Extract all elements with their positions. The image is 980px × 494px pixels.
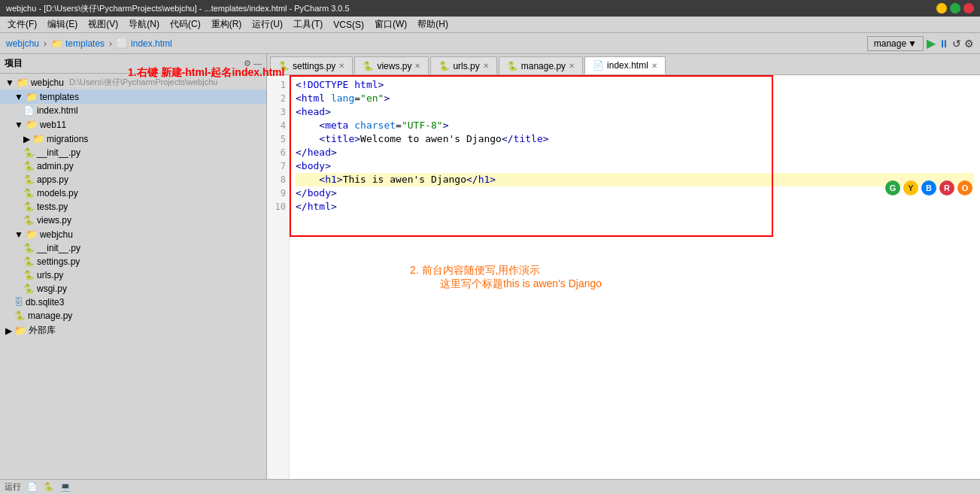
py-icon: 🐍	[23, 202, 35, 212]
tree-item-urls[interactable]: 🐍 urls.py	[0, 268, 266, 282]
tab-label: index.html	[607, 60, 648, 71]
browser-icon-red[interactable]: R	[939, 180, 954, 195]
tree-label: manage.py	[28, 311, 72, 321]
tree-item-settings[interactable]: 🐍 settings.py	[0, 255, 266, 268]
menu-tools[interactable]: 工具(T)	[289, 17, 327, 32]
tab-label: urls.py	[453, 61, 479, 71]
close-tab-views[interactable]: ✕	[414, 62, 420, 70]
tree-label: admin.py	[37, 161, 74, 171]
app-window: webjchu - [D:\Users\侠仔\PycharmProjects\w…	[0, 0, 980, 494]
tree-item-tests[interactable]: 🐍 tests.py	[0, 200, 266, 214]
close-button[interactable]	[963, 3, 974, 14]
menu-file[interactable]: 文件(F)	[3, 17, 41, 32]
code-body[interactable]: <!DOCTYPE html> <html lang="en"> <head> …	[290, 75, 980, 479]
browser-icon-orange[interactable]: O	[957, 180, 972, 195]
close-tab-index[interactable]: ✕	[651, 62, 657, 70]
expand-icon: ▼	[14, 92, 23, 102]
expand-icon: ▶	[23, 134, 30, 144]
tree-item-init2[interactable]: 🐍 __init__.py	[0, 241, 266, 255]
tree-label: __init__.py	[37, 147, 80, 158]
code-line-6: </head>	[296, 146, 974, 159]
py-icon: 🐍	[23, 270, 35, 280]
tree-label: views.py	[37, 215, 71, 226]
sidebar: 项目 ⚙ — ▼ 📁 webjchu D:\Users\侠仔\PycharmPr…	[0, 54, 267, 479]
menu-code[interactable]: 代码(C)	[165, 17, 205, 32]
tree-item-templates[interactable]: ▼ 📁 templates	[0, 89, 266, 104]
editor-area: 🐍 settings.py ✕ 🐍 views.py ✕ 🐍 urls.py ✕…	[267, 54, 980, 479]
manage-button[interactable]: manage ▼	[867, 36, 924, 51]
tree-item-manage[interactable]: 🐍 manage.py	[0, 309, 266, 323]
pause-button[interactable]: ⏸	[939, 38, 949, 50]
menu-view[interactable]: 视图(V)	[83, 17, 123, 32]
tree-label: models.py	[37, 188, 78, 199]
expand-icon: ▼	[14, 120, 23, 130]
annotation-step1-text: 1.右键 新建-html-起名index.html	[128, 66, 284, 78]
py-icon: 🐍	[23, 256, 35, 267]
db-icon: 🗄	[14, 297, 23, 308]
maximize-button[interactable]	[950, 3, 960, 14]
code-line-3: <head>	[296, 105, 974, 119]
tree-item-wsgi[interactable]: 🐍 wsgi.py	[0, 282, 266, 295]
tree-item-apps[interactable]: 🐍 apps.py	[0, 173, 266, 186]
folder-icon: 📁	[32, 133, 44, 144]
nav-bar: webjchu › 📁 templates › ⬜ index.html man…	[0, 33, 980, 54]
code-line-7: <body>	[296, 159, 974, 173]
menu-refactor[interactable]: 重构(R)	[207, 17, 247, 32]
tree-item-db[interactable]: 🗄 db.sqlite3	[0, 295, 266, 309]
menu-help[interactable]: 帮助(H)	[413, 17, 453, 32]
tab-views[interactable]: 🐍 views.py ✕	[354, 56, 429, 74]
menu-window[interactable]: 窗口(W)	[370, 17, 411, 32]
browser-icon-yellow[interactable]: Y	[903, 180, 918, 195]
py-icon: 🐍	[23, 147, 35, 158]
tree-label: 外部库	[29, 324, 56, 337]
tree-item-init[interactable]: 🐍 __init__.py	[0, 146, 266, 159]
breadcrumb-templates[interactable]: templates	[65, 38, 105, 49]
breadcrumb-root[interactable]: webjchu	[6, 38, 39, 49]
title-text: webjchu - [D:\Users\侠仔\PycharmProjects\w…	[6, 3, 350, 14]
py-icon: 🐍	[363, 61, 374, 71]
py-icon: 🐍	[14, 311, 26, 321]
browser-icon-green[interactable]: G	[885, 180, 900, 195]
annotation-step2-sub: 这里写个标题this is awen's Django	[440, 277, 602, 290]
tree-item-admin[interactable]: 🐍 admin.py	[0, 159, 266, 173]
status-icon1: 📄	[27, 482, 38, 492]
tree-item-index-html[interactable]: 📄 index.html	[0, 104, 266, 117]
expand-icon: ▼	[5, 77, 14, 88]
reload-button[interactable]: ↺	[952, 38, 961, 50]
tree-item-external[interactable]: ▶ 📁 外部库	[0, 323, 266, 338]
tab-manage[interactable]: 🐍 manage.py ✕	[499, 56, 583, 74]
dropdown-icon: ▼	[908, 38, 917, 49]
close-tab-settings[interactable]: ✕	[338, 62, 344, 70]
tab-urls[interactable]: 🐍 urls.py ✕	[430, 56, 496, 74]
run-button[interactable]: ▶	[927, 36, 936, 50]
tree-label: templates	[40, 92, 79, 102]
menu-nav[interactable]: 导航(N)	[124, 17, 164, 32]
tree-item-models[interactable]: 🐍 models.py	[0, 186, 266, 200]
close-tab-urls[interactable]: ✕	[483, 62, 489, 70]
tree-item-web11[interactable]: ▼ 📁 web11	[0, 117, 266, 132]
browser-icon-blue[interactable]: B	[921, 180, 936, 195]
menu-run[interactable]: 运行(U)	[247, 17, 287, 32]
code-editor[interactable]: 1 2 3 4 5 6 7 8 9 10 <!DOCTYPE html> <	[267, 75, 980, 479]
close-tab-manage[interactable]: ✕	[569, 62, 575, 70]
tab-index-html[interactable]: 📄 index.html ✕	[584, 56, 666, 74]
tree-label: index.html	[37, 105, 78, 116]
breadcrumb-file[interactable]: index.html	[131, 38, 172, 49]
py-icon: 🐍	[23, 174, 35, 185]
expand-icon: ▶	[5, 326, 12, 336]
tree-item-views[interactable]: 🐍 views.py	[0, 214, 266, 227]
tree-item-webjchu-sub[interactable]: ▼ 📁 webjchu	[0, 227, 266, 241]
menu-vcs[interactable]: VCS(S)	[329, 18, 369, 32]
file-tree: ▼ 📁 webjchu D:\Users\侠仔\PycharmProjects\…	[0, 74, 266, 479]
settings-nav-button[interactable]: ⚙	[964, 38, 974, 50]
menu-edit[interactable]: 编辑(E)	[43, 17, 82, 32]
annotation-step2-title: 2. 前台内容随便写,用作演示	[410, 263, 602, 277]
folder-icon: 📁	[26, 229, 38, 240]
browser-icons: G Y B R O	[885, 180, 972, 195]
tree-item-migrations[interactable]: ▶ 📁 migrations	[0, 132, 266, 146]
minimize-button[interactable]	[936, 3, 947, 14]
annotation-step1: 1.右键 新建-html-起名index.html	[128, 66, 284, 80]
file-icon: 📄	[23, 105, 35, 116]
tree-label: web11	[40, 120, 66, 130]
expand-icon: ▼	[14, 229, 23, 240]
